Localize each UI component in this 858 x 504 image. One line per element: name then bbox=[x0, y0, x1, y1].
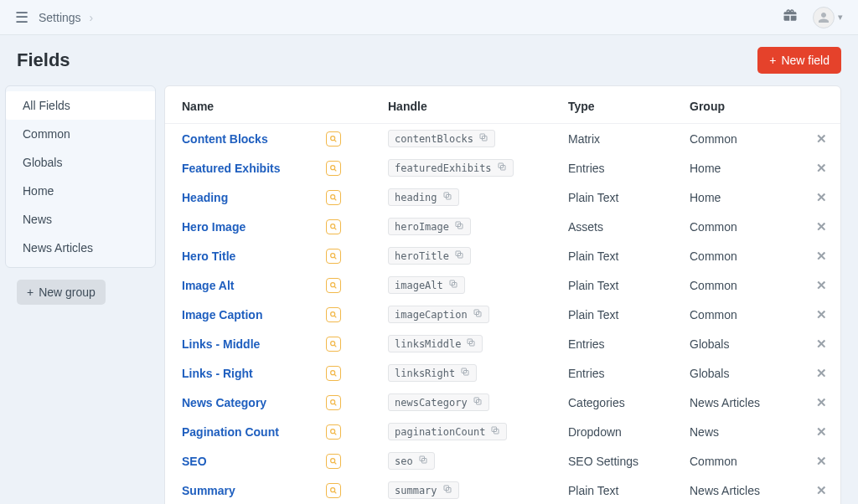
field-group: Common bbox=[676, 124, 803, 154]
search-icon[interactable] bbox=[326, 190, 341, 205]
field-group: Globals bbox=[676, 329, 803, 358]
field-name-link[interactable]: Summary bbox=[182, 484, 235, 497]
handle-chip[interactable]: paginationCount bbox=[388, 423, 507, 440]
sidebar-item[interactable]: Home bbox=[6, 177, 155, 205]
delete-icon[interactable]: ✕ bbox=[816, 366, 827, 380]
main-layout: All FieldsCommonGlobalsHomeNewsNews Arti… bbox=[0, 85, 858, 504]
field-name-link[interactable]: News Category bbox=[182, 396, 266, 409]
fields-panel: Name Handle Type Group Content Blockscon… bbox=[164, 85, 841, 504]
top-bar: ☰ Settings › ▾ bbox=[0, 0, 858, 35]
search-icon[interactable] bbox=[326, 424, 341, 440]
field-name-link[interactable]: Image Alt bbox=[182, 279, 235, 292]
handle-chip[interactable]: imageCaption bbox=[388, 306, 489, 323]
search-icon[interactable] bbox=[326, 219, 341, 234]
col-name[interactable]: Name bbox=[165, 90, 375, 124]
search-icon[interactable] bbox=[326, 161, 341, 176]
sidebar-item-label: News bbox=[23, 213, 52, 226]
svg-line-29 bbox=[334, 345, 336, 347]
sidebar-item[interactable]: Common bbox=[6, 120, 155, 148]
table-row: SummarysummaryPlain TextNews Articles✕ bbox=[165, 476, 840, 504]
search-icon[interactable] bbox=[326, 366, 341, 381]
table-row: Links - MiddlelinksMiddleEntriesGlobals✕ bbox=[165, 329, 840, 358]
field-name-link[interactable]: Image Caption bbox=[182, 308, 262, 321]
delete-icon[interactable]: ✕ bbox=[816, 131, 827, 146]
delete-icon[interactable]: ✕ bbox=[816, 483, 827, 497]
field-type: Assets bbox=[555, 212, 676, 241]
handle-chip[interactable]: linksRight bbox=[388, 364, 477, 382]
field-type: Plain Text bbox=[555, 183, 676, 212]
field-name-link[interactable]: Content Blocks bbox=[182, 132, 268, 146]
sidebar-item-label: All Fields bbox=[23, 99, 70, 112]
field-type: Entries bbox=[555, 358, 676, 388]
handle-chip[interactable]: summary bbox=[388, 481, 459, 499]
search-icon[interactable] bbox=[326, 249, 341, 264]
new-group-button[interactable]: + New group bbox=[17, 280, 106, 305]
field-name-link[interactable]: Links - Right bbox=[182, 367, 253, 380]
handle-chip[interactable]: heroImage bbox=[388, 218, 471, 235]
search-icon[interactable] bbox=[326, 395, 341, 410]
breadcrumb[interactable]: Settings › bbox=[39, 11, 93, 24]
col-group[interactable]: Group bbox=[676, 90, 803, 124]
handle-chip[interactable]: heading bbox=[388, 188, 459, 206]
copy-icon bbox=[460, 367, 470, 379]
field-name-link[interactable]: Featured Exhibits bbox=[182, 162, 280, 175]
handle-chip[interactable]: linksMiddle bbox=[388, 335, 483, 352]
search-icon[interactable] bbox=[326, 131, 341, 147]
field-name-link[interactable]: Heading bbox=[182, 191, 228, 204]
new-field-button[interactable]: + New field bbox=[757, 47, 841, 74]
sidebar-item[interactable]: News Articles bbox=[6, 234, 155, 262]
field-group: Globals bbox=[676, 358, 803, 388]
field-name-link[interactable]: SEO bbox=[182, 455, 207, 468]
handle-chip[interactable]: seo bbox=[388, 452, 435, 470]
handle-chip[interactable]: heroTitle bbox=[388, 247, 471, 265]
field-name-link[interactable]: Links - Middle bbox=[182, 337, 260, 351]
svg-line-9 bbox=[334, 198, 336, 200]
gift-icon[interactable] bbox=[783, 8, 798, 27]
svg-point-0 bbox=[331, 136, 335, 140]
field-group: Home bbox=[676, 183, 803, 212]
page-title: Fields bbox=[17, 49, 70, 71]
svg-point-44 bbox=[331, 458, 335, 462]
handle-chip[interactable]: imageAlt bbox=[388, 276, 465, 294]
handle-chip[interactable]: featuredExhibits bbox=[388, 159, 514, 177]
col-handle[interactable]: Handle bbox=[375, 90, 555, 124]
search-icon[interactable] bbox=[326, 454, 341, 469]
user-menu[interactable]: ▾ bbox=[813, 7, 843, 28]
delete-icon[interactable]: ✕ bbox=[816, 190, 827, 204]
delete-icon[interactable]: ✕ bbox=[816, 337, 827, 351]
top-bar-left: ☰ Settings › bbox=[15, 10, 93, 25]
search-icon[interactable] bbox=[326, 307, 341, 322]
field-name-link[interactable]: Hero Image bbox=[182, 220, 246, 234]
handle-text: featuredExhibits bbox=[395, 162, 492, 174]
sidebar-item[interactable]: News bbox=[6, 205, 155, 234]
plus-icon: + bbox=[27, 285, 34, 299]
field-type: SEO Settings bbox=[555, 446, 676, 476]
handle-chip[interactable]: newsCategory bbox=[388, 393, 489, 411]
delete-icon[interactable]: ✕ bbox=[816, 219, 827, 234]
search-icon[interactable] bbox=[326, 278, 341, 293]
search-icon[interactable] bbox=[326, 483, 341, 498]
svg-line-41 bbox=[334, 433, 336, 435]
copy-icon bbox=[473, 396, 483, 409]
delete-icon[interactable]: ✕ bbox=[816, 161, 827, 175]
menu-icon[interactable]: ☰ bbox=[15, 10, 28, 25]
delete-icon[interactable]: ✕ bbox=[816, 395, 827, 409]
handle-chip[interactable]: contentBlocks bbox=[388, 130, 495, 147]
copy-icon bbox=[442, 191, 452, 203]
handle-text: paginationCount bbox=[395, 426, 485, 438]
delete-icon[interactable]: ✕ bbox=[816, 278, 827, 292]
col-type[interactable]: Type bbox=[555, 90, 676, 124]
svg-point-16 bbox=[331, 253, 335, 257]
delete-icon[interactable]: ✕ bbox=[816, 424, 827, 439]
delete-icon[interactable]: ✕ bbox=[816, 307, 827, 321]
delete-icon[interactable]: ✕ bbox=[816, 249, 827, 263]
svg-line-1 bbox=[334, 140, 336, 141]
field-name-link[interactable]: Pagination Count bbox=[182, 425, 279, 439]
svg-line-25 bbox=[334, 316, 336, 317]
search-icon[interactable] bbox=[326, 337, 341, 352]
sidebar-item-label: Common bbox=[23, 127, 70, 141]
field-name-link[interactable]: Hero Title bbox=[182, 249, 235, 263]
sidebar-item[interactable]: All Fields bbox=[6, 91, 155, 120]
sidebar-item[interactable]: Globals bbox=[6, 148, 155, 177]
delete-icon[interactable]: ✕ bbox=[816, 454, 827, 468]
